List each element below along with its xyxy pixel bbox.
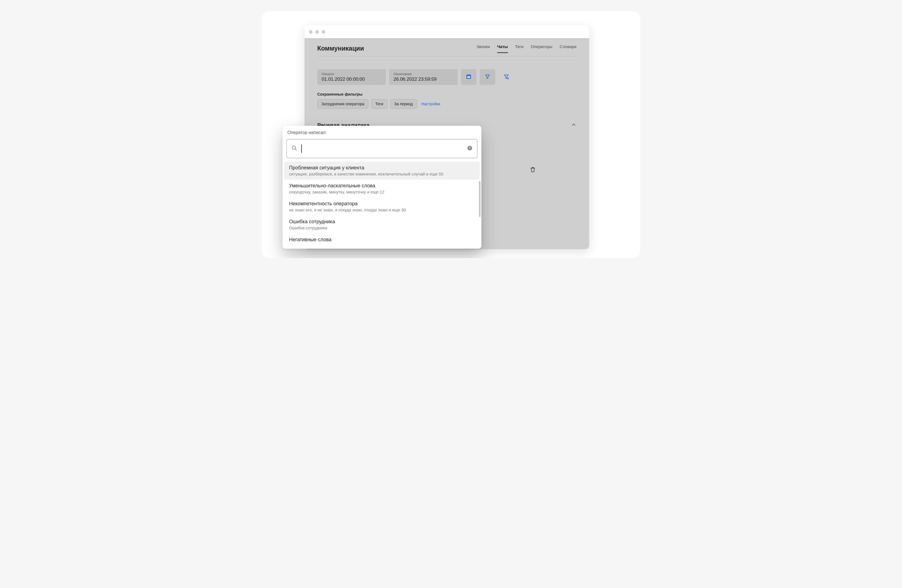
delete-button[interactable]: [530, 166, 536, 174]
date-start-value: 01.01.2022 00:00:00: [322, 77, 381, 82]
filter-chip-0[interactable]: Затруднения оператора: [317, 99, 368, 109]
svg-text:?: ?: [469, 146, 471, 150]
date-filters-row: Начало 01.01.2022 00:00:00 Окончание 26.…: [317, 69, 576, 85]
filter-clear-button[interactable]: [498, 69, 514, 85]
dropdown-item-0[interactable]: Проблемная ситуация у клиентаситуация, р…: [284, 162, 480, 180]
trash-icon: [530, 169, 536, 173]
dropdown-search[interactable]: ?: [286, 139, 478, 158]
window-dot-min[interactable]: [315, 30, 319, 34]
tab-4[interactable]: Словари: [560, 44, 576, 53]
text-cursor: [301, 144, 302, 153]
header-row: Коммуникации ЗвонкиЧатыТегиОператорыСлов…: [317, 44, 576, 56]
filters-settings-link[interactable]: Настройки: [421, 102, 440, 106]
date-start-field[interactable]: Начало 01.01.2022 00:00:00: [317, 69, 386, 85]
date-end-value: 26.06.2022 23:59:59: [393, 77, 453, 82]
filter-icon: [484, 74, 490, 81]
stage: Коммуникации ЗвонкиЧатыТегиОператорыСлов…: [262, 11, 640, 258]
dropdown-search-input[interactable]: [305, 145, 463, 152]
tab-3[interactable]: Операторы: [531, 44, 553, 53]
dropdown-item-title: Уменьшительно-ласкательные слова: [289, 183, 475, 189]
saved-filters-chips: Затруднения оператораТегиЗа периодНастро…: [317, 99, 576, 109]
calendar-icon: [466, 74, 472, 81]
help-icon[interactable]: ?: [467, 145, 473, 152]
filter-clear-icon: [503, 74, 509, 81]
dropdown-item-title: Негативные слова: [289, 237, 475, 242]
date-start-label: Начало: [322, 72, 381, 76]
content-area: Коммуникации ЗвонкиЧатыТегиОператорыСлов…: [305, 38, 589, 128]
dropdown-item-title: Проблемная ситуация у клиента: [289, 165, 475, 171]
tab-2[interactable]: Теги: [515, 44, 524, 53]
calendar-button[interactable]: [461, 69, 476, 85]
tab-0[interactable]: Звонки: [476, 44, 490, 53]
dropdown-item-4[interactable]: Негативные слова: [284, 233, 480, 246]
filter-button[interactable]: [480, 69, 495, 85]
window-dot-close[interactable]: [309, 30, 313, 34]
dropdown-item-subtitle: ситуация, разберемся, в качестве извинен…: [289, 172, 475, 176]
search-icon: [291, 145, 298, 152]
svg-rect-1: [467, 76, 471, 78]
dropdown-item-1[interactable]: Уменьшительно-ласкательные словасекундоч…: [284, 180, 480, 197]
operator-wrote-dropdown: Оператор написал ? Проблемная ситуация у…: [282, 126, 481, 249]
date-end-field[interactable]: Окончание 26.06.2022 23:59:59: [389, 69, 458, 85]
tab-1[interactable]: Чаты: [497, 44, 508, 53]
dropdown-item-subtitle: секундочку, заказик, минутку, минуточку …: [289, 189, 475, 194]
dropdown-item-title: Некомпетентность оператора: [289, 201, 475, 207]
dropdown-title: Оператор написал: [282, 130, 481, 137]
dropdown-item-title: Ошибка сотрудника: [289, 219, 475, 225]
page-title: Коммуникации: [317, 45, 364, 52]
window-titlebar: [305, 25, 589, 38]
filter-chip-1[interactable]: Теги: [371, 99, 387, 109]
date-end-label: Окончание: [393, 72, 453, 76]
dropdown-item-2[interactable]: Некомпетентность операторане знаю это, я…: [284, 197, 480, 216]
dropdown-list: Проблемная ситуация у клиентаситуация, р…: [282, 162, 481, 249]
dropdown-item-3[interactable]: Ошибка сотрудникаОшибка сотрудника: [284, 216, 480, 233]
tabs: ЗвонкиЧатыТегиОператорыСловари: [476, 44, 576, 53]
chevron-up-icon[interactable]: [571, 122, 576, 128]
dropdown-item-subtitle: не знаю это, я не знаю, я откуда знаю, о…: [289, 208, 475, 212]
saved-filters-label: Сохраненные фильтры: [317, 92, 576, 97]
window-dot-max[interactable]: [322, 30, 325, 34]
filter-chip-2[interactable]: За период: [390, 99, 417, 109]
dropdown-item-subtitle: Ошибка сотрудника: [289, 225, 475, 230]
svg-line-7: [295, 149, 296, 150]
dropdown-scrollbar[interactable]: [479, 181, 481, 217]
